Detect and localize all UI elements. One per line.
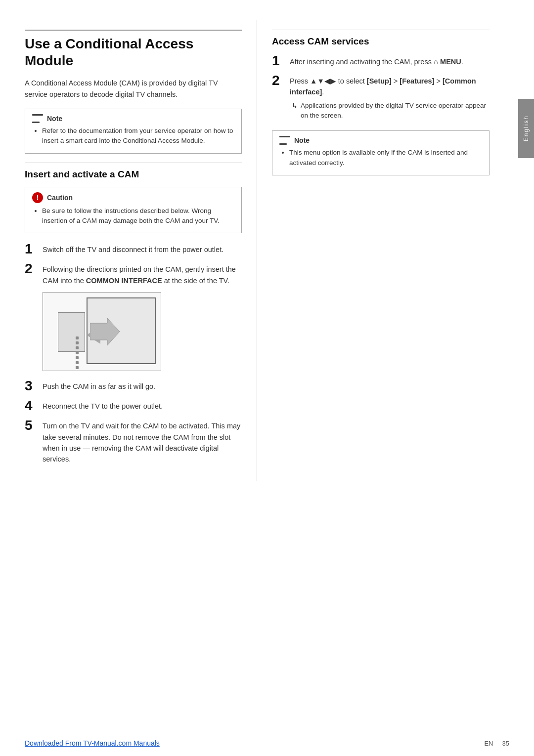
footer-page-number: 35 [502, 740, 509, 747]
caution-label: Caution [47, 194, 73, 202]
svg-marker-0 [90, 318, 120, 345]
features-bracket: [Features] [400, 77, 434, 85]
note-bar-bottom-2 [279, 143, 287, 145]
note-bar-top [32, 114, 43, 116]
step-number-2: 2 [25, 262, 43, 276]
chip-3 [76, 346, 79, 349]
section-heading-access: Access CAM services [272, 30, 490, 47]
chip-2 [76, 341, 79, 344]
page-container: English Use a Conditional Access Module … [0, 0, 534, 756]
note-item-2: This menu option is available only if th… [289, 148, 482, 168]
step-5: 5 Turn on the TV and wait for the CAM to… [25, 419, 242, 465]
note-label-2: Note [294, 136, 310, 144]
note-item-1: Refer to the documentation from your ser… [42, 126, 234, 146]
chip-5 [76, 356, 79, 359]
sub-bullet-text: Applications provided by the digital TV … [301, 101, 490, 121]
home-icon: ⌂ [434, 57, 438, 66]
main-title: Use a Conditional Access Module [25, 30, 242, 69]
right-step-1: 1 After inserting and activating the CAM… [272, 54, 490, 68]
right-step-number-2: 2 [272, 74, 290, 87]
menu-text: MENU [440, 58, 461, 66]
step-number-4: 4 [25, 399, 43, 413]
footer-link[interactable]: Downloaded From TV-Manual.com Manuals [25, 739, 160, 747]
step-text-4: Reconnect the TV to the power outlet. [43, 399, 163, 412]
footer-en-label: EN [484, 740, 493, 747]
footer: Downloaded From TV-Manual.com Manuals EN… [0, 734, 534, 747]
step-text-3: Push the CAM in as far as it will go. [43, 379, 155, 392]
note-icon-2 [279, 136, 290, 145]
bold-common-interface: COMMON INTERFACE [86, 277, 162, 285]
arrow-right-icon: ↳ [292, 101, 298, 111]
right-step-number-1: 1 [272, 54, 290, 68]
chip-7 [76, 366, 79, 369]
note-icon-1 [32, 114, 43, 123]
intro-text: A Conditional Access Module (CAM) is pro… [25, 78, 242, 100]
step-number-3: 3 [25, 379, 43, 393]
cam-card [58, 312, 85, 352]
step-1: 1 Switch off the TV and disconnect it fr… [25, 242, 242, 256]
step-text-1: Switch off the TV and disconnect it from… [43, 242, 223, 255]
chip-6 [76, 361, 79, 364]
step-number-5: 5 [25, 419, 43, 432]
caution-body: Be sure to follow the instructions descr… [32, 206, 234, 226]
note-body-2: This menu option is available only if th… [279, 148, 482, 168]
caution-item: Be sure to follow the instructions descr… [42, 206, 234, 226]
cam-diagram: COMMON INTERFACE [43, 292, 161, 371]
step-2: 2 Following the directions printed on th… [25, 262, 242, 286]
note-header-2: Note [279, 136, 482, 145]
chip-1 [76, 336, 79, 339]
step-text-2: Following the directions printed on the … [43, 262, 242, 286]
right-column: Access CAM services 1 After inserting an… [257, 20, 514, 481]
setup-bracket: [Setup] [367, 77, 392, 85]
insert-arrow-svg [90, 318, 120, 345]
note-bar-top-2 [279, 136, 290, 137]
note-box-1: Note Refer to the documentation from you… [25, 109, 242, 154]
note-bar-bottom [32, 122, 40, 123]
side-label-text: English [523, 115, 530, 141]
caution-icon: ! [32, 192, 43, 203]
right-step-2: 2 Press ▲▼◀▶ to select [Setup] > [Featur… [272, 74, 490, 121]
note-label-1: Note [47, 115, 62, 123]
left-column: Use a Conditional Access Module A Condit… [0, 20, 257, 481]
two-col-layout: Use a Conditional Access Module A Condit… [0, 20, 534, 481]
note-box-2: Note This menu option is available only … [272, 130, 490, 175]
caution-header: ! Caution [32, 192, 234, 203]
side-label: English [518, 99, 534, 158]
chip-row [76, 336, 79, 369]
right-step-text-1: After inserting and activating the CAM, … [290, 54, 463, 67]
caution-box: ! Caution Be sure to follow the instruct… [25, 187, 242, 234]
note-body-1: Refer to the documentation from your ser… [32, 126, 234, 146]
step-4: 4 Reconnect the TV to the power outlet. [25, 399, 242, 413]
step-text-5: Turn on the TV and wait for the CAM to b… [43, 419, 242, 465]
sub-bullet: ↳ Applications provided by the digital T… [292, 101, 490, 121]
section-heading-insert: Insert and activate a CAM [25, 163, 242, 180]
note-header-1: Note [32, 114, 234, 123]
step-number-1: 1 [25, 242, 43, 256]
footer-page: EN 35 [484, 740, 509, 747]
step-3: 3 Push the CAM in as far as it will go. [25, 379, 242, 393]
chip-4 [76, 351, 79, 354]
right-step-text-2: Press ▲▼◀▶ to select [Setup] > [Features… [290, 74, 490, 121]
